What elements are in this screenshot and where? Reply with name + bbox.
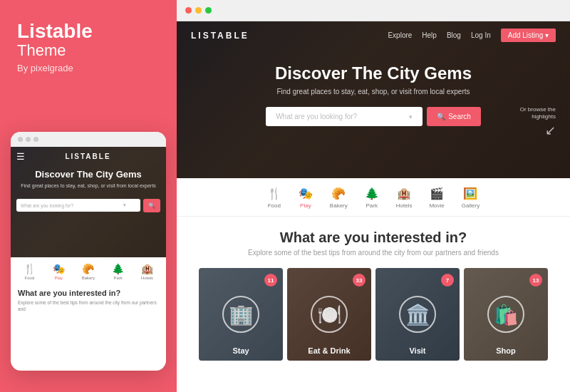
brand-subtitle: Theme [17, 41, 160, 60]
desktop-gallery-icon: 🖼️ [463, 187, 477, 200]
desktop-nav: LISTABLE Explore Help Blog Log In Add Li… [177, 21, 570, 49]
desktop-nav-links: Explore Help Blog Log In Add Listing ▾ [388, 29, 556, 42]
desktop-park-icon: 🌲 [365, 187, 379, 200]
desktop-food-label: Food [268, 202, 281, 209]
desktop-cat-gallery[interactable]: 🖼️ Gallery [453, 184, 488, 212]
card-eat-circle: 🍽️ [311, 296, 348, 333]
desktop-categories-bar: 🍴 Food 🎭 Play 🥐 Bakery 🌲 Park 🏨 Hotels 🎬… [177, 178, 570, 217]
mobile-what-title: What are you interested in? [18, 289, 159, 297]
mobile-cat-hotels[interactable]: 🏨 Hotels [141, 263, 153, 280]
card-eat-icon: 🍽️ [317, 303, 342, 326]
browse-hint-line1: Or browse the [520, 106, 556, 113]
mobile-hero-title: Discover The City Gems [21, 169, 156, 180]
chrome-minimize-dot [195, 7, 202, 14]
nav-explore[interactable]: Explore [388, 31, 412, 39]
card-stay[interactable]: 11 🏢 Stay [199, 268, 283, 361]
mobile-chrome-bar [11, 132, 166, 147]
mobile-search-bar: What are you looking for? ▾ 🔍 [11, 199, 166, 212]
card-visit-badge: 7 [441, 274, 454, 287]
desktop-bakery-icon: 🥐 [331, 187, 346, 200]
desktop-hero-title: Discover The City Gems [191, 63, 556, 83]
mobile-dot-1 [18, 137, 23, 142]
mobile-logo: LISTABLE [65, 153, 110, 160]
card-stay-icon: 🏢 [229, 303, 254, 326]
desktop-logo: LISTABLE [191, 31, 249, 41]
mobile-what-section: What are you interested in? Explore some… [11, 283, 166, 315]
mobile-cat-bakery[interactable]: 🥐 Bakery [82, 263, 95, 280]
mobile-play-icon: 🎭 [53, 263, 65, 274]
mobile-food-label: Food [25, 276, 35, 280]
card-stay-circle: 🏢 [222, 296, 259, 333]
mobile-dot-2 [26, 137, 31, 142]
card-shop-label: Shop [464, 346, 548, 355]
what-title: What are you interested in? [191, 229, 556, 246]
desktop-mockup: LISTABLE Explore Help Blog Log In Add Li… [177, 0, 570, 392]
card-shop-badge: 13 [529, 274, 542, 287]
desktop-search-input[interactable]: What are you looking for? ▾ [266, 107, 423, 126]
mobile-food-icon: 🍴 [24, 263, 36, 274]
card-stay-label: Stay [199, 346, 283, 355]
desktop-cat-play[interactable]: 🎭 Play [290, 184, 321, 212]
brand-author: By pixelgrade [17, 63, 160, 73]
card-eat[interactable]: 33 🍽️ Eat & Drink [287, 268, 371, 361]
mobile-hero-sub: Find great places to stay, eat, shop, or… [21, 182, 156, 189]
desktop-hotels-icon: 🏨 [397, 187, 411, 200]
mobile-search-placeholder: What are you looking for? [21, 203, 73, 208]
nav-blog[interactable]: Blog [447, 31, 461, 39]
card-shop[interactable]: 13 🛍️ Shop [464, 268, 548, 361]
card-stay-badge: 11 [264, 274, 277, 287]
desktop-play-icon: 🎭 [299, 187, 313, 200]
desktop-gallery-label: Gallery [462, 202, 480, 209]
mobile-play-label: Play [54, 276, 63, 280]
nav-help[interactable]: Help [422, 31, 437, 39]
card-eat-badge: 33 [353, 274, 366, 287]
desktop-food-icon: 🍴 [267, 187, 281, 200]
card-visit-label: Visit [375, 346, 460, 355]
desktop-hero-content: Discover The City Gems Find great places… [177, 49, 570, 135]
desktop-hero: LISTABLE Explore Help Blog Log In Add Li… [177, 21, 570, 178]
desktop-play-label: Play [300, 202, 311, 209]
desktop-cat-food[interactable]: 🍴 Food [259, 184, 290, 212]
mobile-dropdown-icon: ▾ [123, 202, 126, 208]
mobile-park-label: Park [114, 276, 123, 280]
desktop-search-button[interactable]: 🔍 Search [427, 107, 481, 126]
mobile-search-input[interactable]: What are you looking for? ▾ [16, 199, 140, 212]
mobile-hero: ☰ LISTABLE Discover The City Gems Find g… [11, 147, 166, 257]
what-subtitle: Explore some of the best tips from aroun… [191, 249, 556, 257]
browse-arrow-icon: ↙ [520, 123, 556, 139]
mobile-cat-play[interactable]: 🎭 Play [53, 263, 65, 280]
mobile-search-icon: 🔍 [148, 202, 155, 209]
mobile-hamburger-icon[interactable]: ☰ [16, 151, 25, 162]
mobile-cat-food[interactable]: 🍴 Food [24, 263, 36, 280]
mobile-nav: ☰ LISTABLE [11, 147, 166, 163]
mobile-search-button[interactable]: 🔍 [143, 199, 160, 212]
desktop-search-row: What are you looking for? ▾ 🔍 Search [191, 107, 556, 126]
desktop-cat-park[interactable]: 🌲 Park [356, 184, 388, 212]
mobile-dot-3 [33, 137, 38, 142]
card-shop-circle: 🛍️ [487, 296, 524, 333]
mobile-mockup: ☰ LISTABLE Discover The City Gems Find g… [11, 132, 166, 371]
nav-login[interactable]: Log In [471, 31, 491, 39]
what-section: What are you interested in? Explore some… [177, 217, 570, 372]
card-visit-icon: 🏛️ [405, 303, 430, 326]
mobile-cat-park[interactable]: 🌲 Park [112, 263, 124, 280]
desktop-search-icon: 🔍 [437, 113, 445, 120]
desktop-hotels-label: Hotels [396, 202, 413, 209]
desktop-hero-subtitle: Find great places to stay, eat, shop, or… [191, 88, 556, 96]
mobile-bakery-icon: 🥐 [82, 263, 94, 274]
mobile-categories: 🍴 Food 🎭 Play 🥐 Bakery 🌲 Park 🏨 Hotels [11, 257, 166, 283]
chrome-close-dot [185, 7, 192, 14]
desktop-cat-bakery[interactable]: 🥐 Bakery [321, 184, 356, 212]
mobile-hotels-label: Hotels [141, 276, 153, 280]
desktop-bakery-label: Bakery [330, 202, 348, 209]
desktop-movie-label: Movie [429, 202, 444, 209]
desktop-cat-hotels[interactable]: 🏨 Hotels [388, 184, 421, 212]
desktop-cat-movie[interactable]: 🎬 Movie [420, 184, 452, 212]
mobile-park-icon: 🌲 [112, 263, 124, 274]
card-visit[interactable]: 7 🏛️ Visit [375, 268, 460, 361]
add-listing-button[interactable]: Add Listing ▾ [501, 29, 556, 42]
mobile-bakery-label: Bakery [82, 276, 95, 280]
desktop-search-dropdown-icon: ▾ [409, 113, 413, 120]
browse-hint-line2: highlights [520, 113, 556, 120]
brand-title: Listable [17, 21, 160, 41]
